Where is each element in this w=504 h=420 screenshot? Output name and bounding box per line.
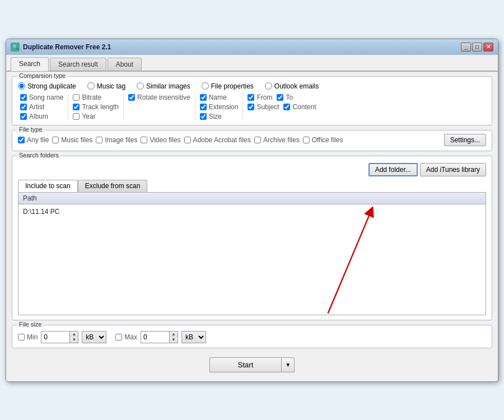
main-window: 🔍 Duplicate Remover Free 2.1 _ □ ✕ Searc… [6,39,498,382]
check-music-files[interactable]: Music files [52,136,92,144]
window-title: Duplicate Remover Free 2.1 [23,43,458,51]
app-icon: 🔍 [11,43,20,52]
check-min-size[interactable]: Min [18,333,38,341]
music-tag-options-2: Bitrate Track length Year [68,94,124,120]
check-subject[interactable]: Subject [248,103,279,111]
check-any-file[interactable]: Any file [18,136,49,144]
maximize-button[interactable]: □ [472,43,482,52]
max-unit-select[interactable]: kB MB GB [181,331,206,343]
max-size-unit: kB MB GB [181,331,206,343]
check-artist[interactable]: Artist [20,103,63,111]
folders-header: Add folder... Add iTunes library [18,163,486,176]
check-office-files[interactable]: Office files [303,136,343,144]
close-button[interactable]: ✕ [483,43,493,52]
min-size-up[interactable]: ▲ [70,332,78,337]
check-video-files[interactable]: Video files [141,136,180,144]
folder-path-item: D:\11.14 PC [23,207,481,217]
check-track-length[interactable]: Track length [73,103,119,111]
check-image-files[interactable]: Image files [96,136,137,144]
minimize-button[interactable]: _ [461,43,471,52]
add-folder-button[interactable]: Add folder... [368,163,418,176]
max-size-up[interactable]: ▲ [170,332,178,337]
settings-button[interactable]: Settings... [444,134,486,146]
similar-images-options: Rotate insensitive [124,94,195,120]
add-itunes-button[interactable]: Add iTunes library [420,163,486,176]
check-year[interactable]: Year [73,113,119,120]
check-content[interactable]: Content [283,103,316,111]
check-extension[interactable]: Extension [200,103,239,111]
folder-table: Path D:\11.14 PC [18,192,486,315]
outlook-options: From To Subject [243,94,320,120]
radio-similar-images[interactable]: Similar images [137,82,190,90]
check-name[interactable]: Name [200,94,239,101]
file-size-row: Min ▲ ▼ kB MB GB [18,331,486,343]
min-size-spinner[interactable]: ▲ ▼ [69,332,78,343]
radio-file-properties[interactable]: File properties [202,82,254,90]
file-size-section-label: File size [17,321,44,328]
folder-table-header: Path [18,193,486,204]
max-size-spinner[interactable]: ▲ ▼ [169,332,178,343]
check-to[interactable]: To [277,94,293,101]
content-area: Search Search result About Comparsion ty… [6,55,498,381]
tab-bar: Search Search result About [6,55,498,72]
check-from[interactable]: From [248,94,272,101]
start-dropdown-button[interactable]: ▼ [281,357,295,372]
max-size-field[interactable] [141,332,169,342]
tab-content: Comparsion type Strong duplicate Music t… [6,72,498,381]
folder-table-body: D:\11.14 PC [18,204,486,219]
radio-outlook[interactable]: Outlook emails [265,82,319,90]
file-properties-options: Name Extension Size [195,94,244,120]
check-acrobat-files[interactable]: Adobe Acrobat files [184,136,251,144]
tab-search[interactable]: Search [11,57,49,71]
min-unit-select[interactable]: kB MB GB [82,331,106,343]
folder-tab-bar: Include to scan Exclude from scan [18,180,486,192]
folder-tab-include[interactable]: Include to scan [18,180,78,192]
start-area: Start ▼ [12,353,492,377]
max-size-input[interactable]: ▲ ▼ [141,331,178,343]
comparison-section: Comparsion type Strong duplicate Music t… [12,76,492,125]
file-type-section: File type Any file Music files Image fil… [12,130,492,151]
file-type-options: Any file Music files Image files Video f… [18,134,486,146]
radio-music-tag[interactable]: Music tag [87,82,125,90]
min-size-unit: kB MB GB [82,331,106,343]
check-archive-files[interactable]: Archive files [254,136,300,144]
music-tag-options: Song name Artist Album [20,94,68,120]
comparison-section-label: Comparsion type [17,72,68,79]
start-button[interactable]: Start [209,357,281,372]
search-folders-label: Search folders [17,152,61,158]
file-type-section-label: File type [17,126,45,133]
min-size-input[interactable]: ▲ ▼ [41,331,78,343]
min-size-field[interactable] [41,332,69,342]
check-bitrate[interactable]: Bitrate [73,94,119,101]
check-size[interactable]: Size [200,113,239,120]
folder-tab-exclude[interactable]: Exclude from scan [78,180,148,192]
title-bar: 🔍 Duplicate Remover Free 2.1 _ □ ✕ [6,39,498,55]
tab-search-result[interactable]: Search result [50,58,106,71]
comparison-details: Song name Artist Album [18,94,486,120]
min-size-down[interactable]: ▼ [70,337,78,343]
max-size-down[interactable]: ▼ [170,337,178,343]
comparison-type-row: Strong duplicate Music tag Similar image… [18,82,486,90]
search-folders-section: Search folders Add folder... Add iTunes … [12,156,492,320]
tab-about[interactable]: About [108,58,142,71]
check-song-name[interactable]: Song name [20,94,63,101]
file-size-section: File size Min ▲ ▼ [12,325,492,348]
check-max-size[interactable]: Max [115,333,137,341]
start-button-group: Start ▼ [209,357,295,372]
window-controls: _ □ ✕ [461,43,493,52]
check-rotate-insensitive[interactable]: Rotate insensitive [128,94,190,101]
check-album[interactable]: Album [20,113,63,120]
radio-strong-duplicate[interactable]: Strong duplicate [18,82,76,90]
